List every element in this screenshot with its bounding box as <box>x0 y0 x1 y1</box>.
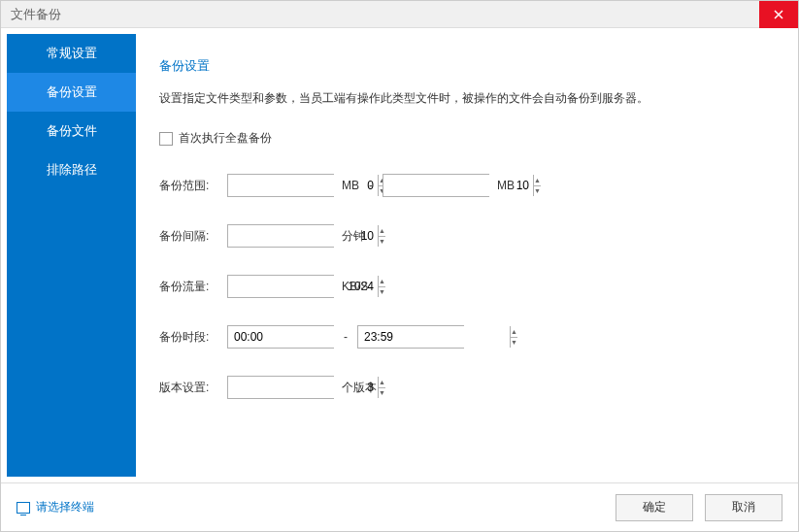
footer: 请选择终端 确定 取消 <box>1 482 798 531</box>
backup-interval-label: 备份间隔: <box>159 228 227 245</box>
unit-label: KB/S <box>342 280 368 293</box>
section-description: 设置指定文件类型和参数，当员工端有操作此类型文件时，被操作的文件会自动备份到服务… <box>159 90 769 107</box>
ok-button[interactable]: 确定 <box>616 494 693 521</box>
body: 常规设置 备份设置 备份文件 排除路径 备份设置 设置指定文件类型和参数，当员工… <box>1 28 798 482</box>
titlebar: 文件备份 <box>1 1 798 28</box>
backup-timespan-from-input[interactable]: ▲ ▼ <box>227 325 334 349</box>
spinner: ▲ ▼ <box>378 276 385 297</box>
sidebar-item-backup-files[interactable]: 备份文件 <box>7 112 136 150</box>
backup-range-to-input[interactable]: ▲ ▼ <box>383 174 489 197</box>
spinner: ▲ ▼ <box>510 326 517 348</box>
checkbox-label: 首次执行全盘备份 <box>179 130 272 147</box>
window-title: 文件备份 <box>11 6 61 23</box>
sidebar-item-label: 常规设置 <box>47 45 97 62</box>
first-run-full-backup-row: 首次执行全盘备份 <box>159 130 769 147</box>
terminal-icon <box>17 502 30 514</box>
main-panel: 备份设置 设置指定文件类型和参数，当员工端有操作此类型文件时，被操作的文件会自动… <box>136 34 792 477</box>
section-title: 备份设置 <box>159 57 769 75</box>
backup-interval-row: 备份间隔: ▲ ▼ 分钟 <box>159 224 769 248</box>
cancel-button[interactable]: 取消 <box>705 494 782 521</box>
footer-buttons: 确定 取消 <box>616 494 782 521</box>
spinner-up-icon[interactable]: ▲ <box>379 225 385 237</box>
sidebar-item-label: 排除路径 <box>47 161 97 179</box>
backup-traffic-row: 备份流量: ▲ ▼ KB/S <box>159 275 769 298</box>
spinner-down-icon[interactable]: ▼ <box>379 388 385 399</box>
spinner-down-icon[interactable]: ▼ <box>511 338 517 349</box>
unit-label: 分钟 <box>342 228 365 245</box>
spinner: ▲ ▼ <box>378 377 385 398</box>
unit-label: MB <box>497 179 515 192</box>
sidebar-item-backup-settings[interactable]: 备份设置 <box>7 73 136 112</box>
spinner: ▲ ▼ <box>378 225 385 247</box>
close-button[interactable] <box>759 1 798 28</box>
backup-interval-input[interactable]: ▲ ▼ <box>227 224 334 248</box>
spinner-up-icon[interactable]: ▲ <box>534 175 541 186</box>
backup-timespan-label: 备份时段: <box>159 329 227 346</box>
backup-traffic-input[interactable]: ▲ ▼ <box>227 275 334 298</box>
sidebar-item-general[interactable]: 常规设置 <box>7 34 136 73</box>
backup-range-from-input[interactable]: ▲ ▼ <box>227 174 334 197</box>
backup-timespan-to-input[interactable]: ▲ ▼ <box>357 325 464 349</box>
close-icon <box>774 10 783 19</box>
backup-timespan-to-field[interactable] <box>358 326 510 348</box>
sidebar-item-exclude-path[interactable]: 排除路径 <box>7 150 136 189</box>
button-label: 取消 <box>732 499 755 515</box>
version-row: 版本设置: ▲ ▼ 个版本 <box>159 376 769 399</box>
spinner-up-icon[interactable]: ▲ <box>379 276 385 287</box>
unit-label: MB <box>342 179 359 192</box>
spinner-up-icon[interactable]: ▲ <box>379 377 385 388</box>
unit-label: 个版本 <box>342 380 377 396</box>
backup-range-label: 备份范围: <box>159 178 227 194</box>
backup-traffic-label: 备份流量: <box>159 279 227 295</box>
spinner: ▲ ▼ <box>533 175 541 196</box>
backup-range-row: 备份范围: ▲ ▼ MB - ▲ ▼ MB <box>159 174 769 197</box>
spinner-down-icon[interactable]: ▼ <box>379 287 385 298</box>
window: 文件备份 常规设置 备份设置 备份文件 排除路径 备份设置 设置指定文件类型和参… <box>0 0 799 532</box>
select-terminal-link[interactable]: 请选择终端 <box>17 499 94 515</box>
sidebar: 常规设置 备份设置 备份文件 排除路径 <box>7 34 136 477</box>
sidebar-item-label: 备份设置 <box>47 83 97 101</box>
button-label: 确定 <box>643 499 666 515</box>
backup-timespan-row: 备份时段: ▲ ▼ - ▲ ▼ <box>159 325 769 349</box>
dash: - <box>344 330 348 344</box>
first-run-full-backup-checkbox[interactable] <box>159 132 173 146</box>
spinner-up-icon[interactable]: ▲ <box>511 326 517 338</box>
spinner-down-icon[interactable]: ▼ <box>534 186 541 197</box>
version-label: 版本设置: <box>159 380 227 396</box>
select-terminal-label: 请选择终端 <box>36 499 94 515</box>
spinner-down-icon[interactable]: ▼ <box>379 237 385 248</box>
dash: - <box>369 179 373 192</box>
version-input[interactable]: ▲ ▼ <box>227 376 334 399</box>
sidebar-item-label: 备份文件 <box>47 122 97 140</box>
